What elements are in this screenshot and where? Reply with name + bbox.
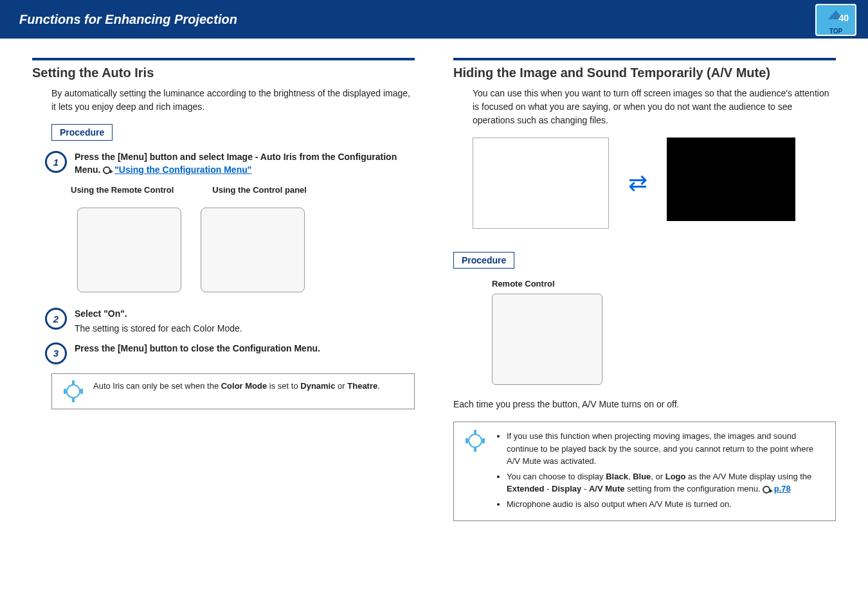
config-menu-link[interactable]: "Using the Configuration Menu" — [114, 164, 251, 175]
tip-icon — [62, 380, 84, 402]
avmute-body: Each time you press the button, A/V Mute… — [453, 398, 836, 411]
double-arrow-icon: ⇄ — [628, 170, 647, 197]
separator — [32, 58, 415, 60]
procedure-label: Procedure — [453, 252, 514, 269]
tip-text: Auto Iris can only be set when the Color… — [93, 380, 380, 393]
page-number: 40 — [838, 13, 849, 23]
note-1: If you use this function when projecting… — [507, 430, 825, 468]
step-number-3: 3 — [45, 342, 67, 364]
procedure-label: Procedure — [51, 124, 113, 141]
caption-remote-right: Remote Control — [492, 279, 836, 289]
step2-instruction: Select "On". — [75, 308, 415, 321]
step-3: 3 Press the [Menu] button to close the C… — [45, 342, 415, 364]
notes-list: If you use this function when projecting… — [495, 430, 825, 513]
page-header: Functions for Enhancing Projection TOP 4… — [0, 0, 868, 39]
tip-box: Auto Iris can only be set when the Color… — [51, 373, 415, 409]
intro-text: By automatically setting the luminance a… — [32, 87, 415, 114]
step-number-2: 2 — [45, 308, 67, 330]
control-panel-image — [201, 208, 305, 292]
caption-remote: Using the Remote Control — [71, 185, 174, 195]
step2-note: The setting is stored for each Color Mod… — [75, 323, 415, 333]
caption-panel: Using the Control panel — [212, 185, 307, 195]
step-1: 1 Press the [Menu] button and select Ima… — [45, 151, 415, 176]
step1-instruction: Press the [Menu] button and select Image… — [75, 152, 397, 175]
top-badge[interactable]: TOP — [815, 4, 856, 36]
header-title: Functions for Enhancing Projection — [19, 12, 237, 27]
screen-off-image — [667, 138, 795, 221]
avmute-intro: You can use this when you want to turn o… — [453, 87, 836, 127]
remote-image-right — [492, 294, 602, 385]
separator — [453, 58, 836, 60]
step-number-1: 1 — [45, 151, 67, 173]
step3-instruction: Press the [Menu] button to close the Con… — [75, 342, 415, 355]
pointer-icon — [763, 486, 770, 493]
screen-on-image — [473, 138, 609, 229]
pointer-icon — [103, 166, 111, 174]
left-column: Setting the Auto Iris By automatically s… — [32, 58, 415, 521]
right-column: Hiding the Image and Sound Temporarily (… — [453, 58, 836, 521]
note-2: You can choose to display Black, Blue, o… — [507, 470, 825, 495]
page-link-78[interactable]: p.78 — [774, 484, 791, 493]
section-title-avmute: Hiding the Image and Sound Temporarily (… — [453, 66, 836, 80]
step-2: 2 Select "On". The setting is stored for… — [45, 308, 415, 333]
notes-box: If you use this function when projecting… — [453, 422, 836, 521]
tip-icon — [464, 430, 486, 452]
section-title-auto-iris: Setting the Auto Iris — [32, 66, 415, 80]
remote-control-image — [77, 208, 181, 292]
note-3: Microphone audio is also output when A/V… — [507, 498, 825, 511]
